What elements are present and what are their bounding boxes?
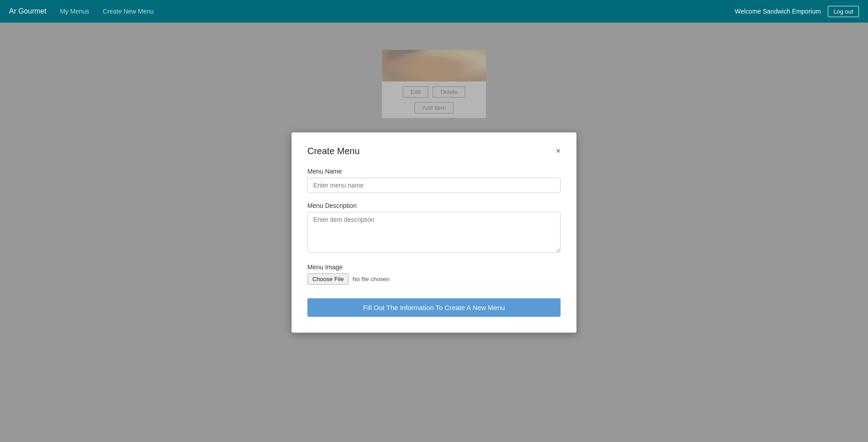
- menu-description-textarea[interactable]: [307, 212, 561, 253]
- menu-description-group: Menu Description: [307, 202, 561, 254]
- modal-header: Create Menu ×: [307, 146, 561, 156]
- menu-name-group: Menu Name: [307, 168, 561, 193]
- submit-button[interactable]: Fill Out The Information To Create A New…: [307, 298, 561, 317]
- no-file-chosen-text: No file chosen: [352, 276, 389, 282]
- navbar-right: Welcome Sandwich Emporium Log out: [735, 6, 859, 17]
- navbar: Ar Gourmet My Menus Create New Menu Welc…: [0, 0, 868, 23]
- menu-image-label: Menu Image: [307, 263, 561, 271]
- menu-image-group: Menu Image Choose File No file chosen: [307, 263, 561, 285]
- navbar-left: Ar Gourmet My Menus Create New Menu: [9, 7, 154, 15]
- navbar-welcome-text: Welcome Sandwich Emporium: [735, 8, 821, 15]
- modal-close-button[interactable]: ×: [556, 147, 561, 155]
- menu-description-label: Menu Description: [307, 202, 561, 209]
- menu-name-label: Menu Name: [307, 168, 561, 175]
- logout-button[interactable]: Log out: [828, 6, 859, 17]
- navbar-brand[interactable]: Ar Gourmet: [9, 7, 47, 15]
- choose-file-button[interactable]: Choose File: [307, 273, 349, 285]
- file-input-wrapper: Choose File No file chosen: [307, 273, 561, 285]
- menu-name-input[interactable]: [307, 178, 561, 193]
- modal-overlay: Create Menu × Menu Name Menu Description…: [0, 23, 868, 442]
- navbar-link-create-new-menu[interactable]: Create New Menu: [103, 8, 154, 15]
- navbar-link-my-menus[interactable]: My Menus: [60, 8, 90, 15]
- modal-title: Create Menu: [307, 146, 360, 156]
- create-menu-modal: Create Menu × Menu Name Menu Description…: [292, 132, 576, 333]
